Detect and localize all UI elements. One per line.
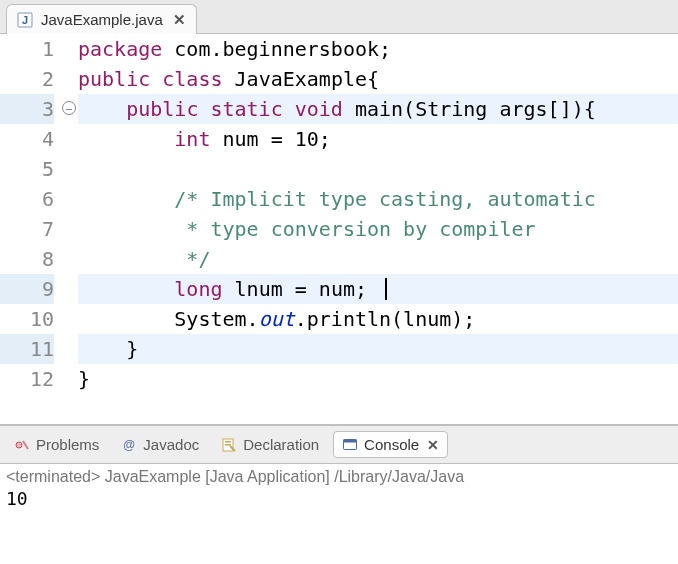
- declaration-icon: [221, 437, 237, 453]
- code-line[interactable]: * type conversion by compiler: [78, 214, 678, 244]
- code-line[interactable]: System.out.println(lnum);: [78, 304, 678, 334]
- token: [78, 247, 174, 271]
- problems-icon: [14, 437, 30, 453]
- token: public class: [78, 67, 235, 91]
- token: [78, 127, 174, 151]
- svg-rect-8: [344, 439, 357, 442]
- tab-console[interactable]: Console ✕: [333, 431, 448, 458]
- marker-cell: [0, 334, 20, 364]
- line-number: 1: [20, 34, 54, 64]
- line-number: 3: [20, 94, 54, 124]
- token: [78, 277, 174, 301]
- token: num = 10;: [223, 127, 331, 151]
- code-line[interactable]: int num = 10;: [78, 124, 678, 154]
- token: }: [78, 367, 90, 391]
- svg-point-2: [16, 442, 22, 448]
- code-line[interactable]: }: [78, 364, 678, 394]
- token: /* Implicit type casting, automatic: [174, 187, 595, 211]
- line-number: 2: [20, 64, 54, 94]
- java-file-icon: J: [17, 12, 33, 28]
- code-line[interactable]: package com.beginnersbook;: [78, 34, 678, 64]
- token: .println(lnum);: [295, 307, 476, 331]
- code-line[interactable]: long lnum = num;: [78, 274, 678, 304]
- token: int: [174, 127, 222, 151]
- marker-cell: [0, 244, 20, 274]
- svg-text:@: @: [124, 438, 136, 452]
- line-number: 6: [20, 184, 54, 214]
- tab-declaration-label: Declaration: [243, 436, 319, 453]
- token: main(String args[]){: [355, 97, 596, 121]
- close-icon[interactable]: ✕: [427, 437, 439, 453]
- svg-text:J: J: [22, 14, 28, 26]
- token: * type conversion by compiler: [174, 217, 535, 241]
- marker-cell: [0, 154, 20, 184]
- code-line[interactable]: public class JavaExample{: [78, 64, 678, 94]
- line-number: 8: [20, 244, 54, 274]
- tab-console-label: Console: [364, 436, 419, 453]
- token: out: [259, 307, 295, 331]
- token: [78, 217, 174, 241]
- tab-javadoc-label: Javadoc: [143, 436, 199, 453]
- line-number: 12: [20, 364, 54, 394]
- token: }: [78, 337, 138, 361]
- token: System.: [78, 307, 259, 331]
- token: package: [78, 37, 174, 61]
- code-editor[interactable]: 123456789101112 – package com.beginnersb…: [0, 34, 678, 424]
- marker-column: [0, 34, 20, 424]
- code-line[interactable]: /* Implicit type casting, automatic: [78, 184, 678, 214]
- line-number-gutter: 123456789101112: [20, 34, 62, 424]
- console-output: 10: [6, 488, 672, 509]
- marker-cell: [0, 184, 20, 214]
- bottom-panel: Problems @ Javadoc Declaration Console ✕…: [0, 424, 678, 513]
- svg-rect-5: [225, 441, 231, 443]
- marker-cell: [0, 214, 20, 244]
- code-line[interactable]: public static void main(String args[]){: [78, 94, 678, 124]
- token: long: [174, 277, 234, 301]
- fold-toggle-icon[interactable]: –: [62, 101, 76, 115]
- editor-tab-javaexample[interactable]: J JavaExample.java ✕: [6, 4, 197, 34]
- code-line[interactable]: */: [78, 244, 678, 274]
- marker-cell: [0, 364, 20, 394]
- fold-column: –: [62, 34, 78, 424]
- tab-problems[interactable]: Problems: [6, 432, 107, 457]
- tab-javadoc[interactable]: @ Javadoc: [113, 432, 207, 457]
- text-cursor: [385, 278, 387, 300]
- marker-cell: [0, 274, 20, 304]
- javadoc-icon: @: [121, 437, 137, 453]
- marker-cell: [0, 124, 20, 154]
- token: com.beginnersbook;: [174, 37, 391, 61]
- editor-tab-label: JavaExample.java: [41, 11, 163, 28]
- marker-cell: [0, 304, 20, 334]
- console-status: <terminated> JavaExample [Java Applicati…: [6, 468, 672, 486]
- line-number: 4: [20, 124, 54, 154]
- code-line[interactable]: }: [78, 334, 678, 364]
- line-number: 9: [20, 274, 54, 304]
- marker-cell: [0, 94, 20, 124]
- line-number: 11: [20, 334, 54, 364]
- tab-problems-label: Problems: [36, 436, 99, 453]
- close-icon[interactable]: ✕: [173, 11, 186, 29]
- token: [78, 97, 126, 121]
- token: */: [174, 247, 210, 271]
- code-content[interactable]: package com.beginnersbook;public class J…: [78, 34, 678, 424]
- code-line[interactable]: [78, 154, 678, 184]
- line-number: 7: [20, 214, 54, 244]
- svg-rect-6: [225, 444, 231, 446]
- line-number: 10: [20, 304, 54, 334]
- console-body: <terminated> JavaExample [Java Applicati…: [0, 464, 678, 513]
- editor-tabbar: J JavaExample.java ✕: [0, 0, 678, 34]
- tab-declaration[interactable]: Declaration: [213, 432, 327, 457]
- token: [78, 187, 174, 211]
- token: JavaExample{: [235, 67, 380, 91]
- bottom-panel-tabs: Problems @ Javadoc Declaration Console ✕: [0, 426, 678, 464]
- token: lnum = num;: [235, 277, 380, 301]
- marker-cell: [0, 64, 20, 94]
- line-number: 5: [20, 154, 54, 184]
- marker-cell: [0, 34, 20, 64]
- token: public static void: [126, 97, 355, 121]
- console-icon: [342, 437, 358, 453]
